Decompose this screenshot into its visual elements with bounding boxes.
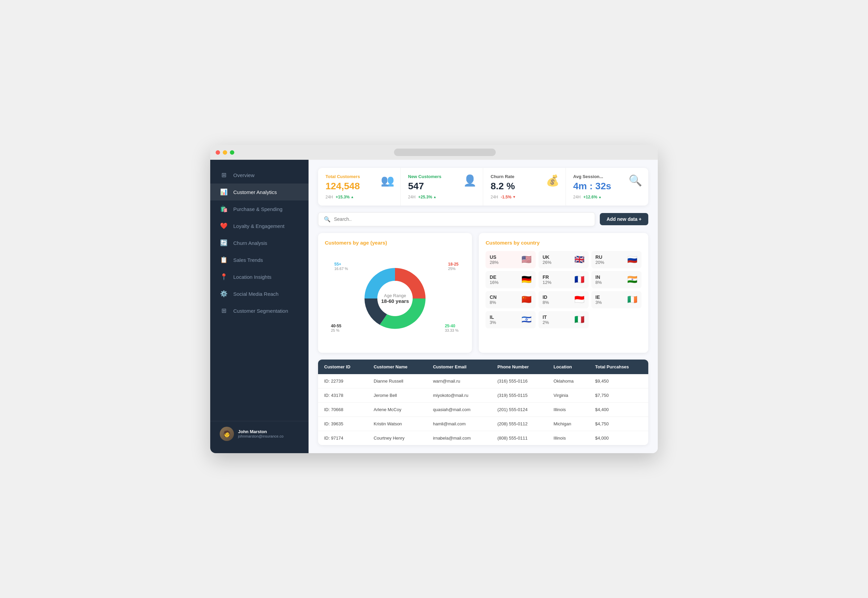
annotation-18-25-pct: 25%	[448, 267, 459, 271]
country-code-ru: RU	[595, 254, 604, 260]
sidebar: ⊞ Overview 📊 Customer Analytics 🛍️ Purch…	[210, 160, 309, 453]
kpi-card-1: 👤 New Customers 547 24H +25.3% ▲	[401, 168, 483, 206]
user-info: John Marston johnmarston@insurance.co	[238, 429, 283, 438]
avatar: 🧑	[220, 427, 234, 441]
sidebar-label-customer-analytics: Customer Analytics	[233, 189, 277, 195]
kpi-footer-3: 24H +12.6% ▲	[573, 195, 641, 199]
sidebar-item-customer-analytics[interactable]: 📊 Customer Analytics	[210, 184, 309, 200]
cell-1-4: Virginia	[547, 388, 589, 402]
kpi-change-3: +12.6% ▲	[583, 195, 602, 199]
annotation-40-55: 40-55 25 %	[331, 324, 342, 332]
kpi-footer-0: 24H +15.3% ▲	[325, 195, 393, 199]
kpi-period-0: 24H	[325, 195, 333, 199]
user-profile: 🧑 John Marston johnmarston@insurance.co	[210, 421, 309, 446]
cell-4-3: (808) 555-0111	[491, 431, 547, 445]
table-header-2: Customer Email	[427, 360, 491, 374]
annotation-25-40-label: 25-40	[445, 324, 458, 328]
cell-4-1: Courtney Henry	[368, 431, 427, 445]
cell-3-5: $4,750	[589, 417, 648, 431]
country-info-ru: RU 20%	[595, 254, 604, 265]
country-code-uk: UK	[543, 254, 551, 260]
country-code-de: DE	[489, 274, 498, 280]
kpi-footer-1: 24H +25.3% ▲	[408, 195, 476, 199]
country-flag-in: 🇮🇳	[627, 275, 637, 284]
country-flag-id: 🇮🇩	[574, 295, 585, 304]
sidebar-item-purchase-spending[interactable]: 🛍️ Purchase & Spending	[210, 200, 309, 217]
donut-container: Age Range 18-60 years 55+ 16.67 % 18-25 …	[325, 251, 465, 346]
table-row[interactable]: ID: 43178Jerome Bellmiyokoto@mail.ru(319…	[318, 388, 648, 402]
search-row: 🔍 Add new data +	[318, 212, 648, 226]
cell-4-4: Illinois	[547, 431, 589, 445]
cell-3-3: (208) 555-0112	[491, 417, 547, 431]
country-pct-il: 3%	[489, 320, 496, 325]
sidebar-item-loyalty-engagement[interactable]: ❤️ Loyalty & Engagement	[210, 217, 309, 235]
table-header-1: Customer Name	[368, 360, 427, 374]
country-pct-in: 8%	[595, 280, 602, 285]
kpi-period-2: 24H	[491, 195, 498, 199]
cell-1-3: (319) 555-0115	[491, 388, 547, 402]
kpi-icon-2: 💰	[546, 174, 559, 187]
annotation-25-40-pct: 33.33 %	[445, 328, 458, 332]
cell-1-0: ID: 43178	[318, 388, 368, 402]
country-info-ie: IE 3%	[595, 295, 602, 305]
sidebar-item-sales-trends[interactable]: 📋 Sales Trends	[210, 251, 309, 268]
country-cell-us: US 28% 🇺🇸	[486, 251, 536, 268]
cell-3-2: hamli@mail.com	[427, 417, 491, 431]
country-pct-cn: 8%	[489, 300, 497, 305]
table-row[interactable]: ID: 70668Arlene McCoyquasiah@mail.com(20…	[318, 402, 648, 417]
country-chart-card: Customers by country US 28% 🇺🇸 UK 26% 🇬🇧…	[479, 233, 648, 353]
kpi-icon-1: 👤	[463, 174, 477, 187]
country-pct-it: 2%	[543, 320, 549, 325]
social-media-icon: ⚙️	[220, 290, 228, 298]
sidebar-label-overview: Overview	[233, 172, 255, 178]
purchase-spending-icon: 🛍️	[220, 205, 228, 213]
country-code-ie: IE	[595, 295, 602, 300]
search-input[interactable]	[334, 217, 589, 222]
kpi-card-2: 💰 Churn Rate 8.2 % 24H -1.5% ▼	[483, 168, 566, 206]
titlebar-search-bar	[394, 149, 496, 156]
table-row[interactable]: ID: 22739Dianne Russellwarn@mail.ru(316)…	[318, 374, 648, 389]
country-flag-us: 🇺🇸	[522, 255, 532, 264]
kpi-card-3: 🔍 Avg Session... 4m : 32s 24H +12.6% ▲	[566, 168, 649, 206]
add-data-button[interactable]: Add new data +	[600, 213, 648, 225]
kpi-row: 👥 Total Customers 124,548 24H +15.3% ▲ 👤…	[318, 168, 648, 206]
app-body: ⊞ Overview 📊 Customer Analytics 🛍️ Purch…	[210, 160, 658, 453]
cell-0-4: Oklahoma	[547, 374, 589, 389]
country-chart-title: Customers by country	[486, 240, 641, 245]
sidebar-item-churn-analysis[interactable]: 🔄 Churn Analysis	[210, 235, 309, 251]
search-icon: 🔍	[324, 216, 331, 223]
sidebar-item-social-media[interactable]: ⚙️ Social Media Reach	[210, 285, 309, 302]
search-box: 🔍	[318, 212, 595, 226]
donut-svg	[356, 260, 434, 338]
annotation-40-55-label: 40-55	[331, 324, 342, 328]
sales-trends-icon: 📋	[220, 256, 228, 263]
kpi-change-1: +25.3% ▲	[418, 195, 437, 199]
close-button[interactable]	[216, 150, 220, 155]
country-info-uk: UK 26%	[543, 254, 551, 265]
maximize-button[interactable]	[230, 150, 234, 155]
country-info-in: IN 8%	[595, 274, 602, 285]
sidebar-item-customer-segmentation[interactable]: ⊞ Customer Segmentation	[210, 302, 309, 319]
country-code-us: US	[489, 254, 498, 260]
sidebar-item-location-insights[interactable]: 📍 Location Insights	[210, 268, 309, 285]
app-window: ⊞ Overview 📊 Customer Analytics 🛍️ Purch…	[210, 145, 658, 453]
main-content: 👥 Total Customers 124,548 24H +15.3% ▲ 👤…	[309, 160, 658, 453]
table-row[interactable]: ID: 39635Kristin Watsonhamli@mail.com(20…	[318, 417, 648, 431]
cell-0-1: Dianne Russell	[368, 374, 427, 389]
kpi-period-1: 24H	[408, 195, 416, 199]
kpi-change-0: +15.3% ▲	[336, 195, 354, 199]
cell-2-4: Illinois	[547, 402, 589, 417]
table-row[interactable]: ID: 97174Courtney Henryirnabela@mail.com…	[318, 431, 648, 445]
country-info-fr: FR 12%	[543, 274, 551, 285]
trend-icon-2: ▼	[512, 195, 516, 199]
country-pct-us: 28%	[489, 260, 498, 265]
country-cell-id: ID 8% 🇮🇩	[538, 291, 589, 308]
minimize-button[interactable]	[223, 150, 227, 155]
sidebar-item-overview[interactable]: ⊞ Overview	[210, 166, 309, 184]
country-cell-in: IN 8% 🇮🇳	[591, 271, 641, 288]
country-cell-fr: FR 12% 🇫🇷	[538, 271, 589, 288]
titlebar-search-area	[237, 149, 652, 156]
country-pct-de: 16%	[489, 280, 498, 285]
sidebar-label-purchase-spending: Purchase & Spending	[233, 206, 282, 212]
sidebar-label-loyalty-engagement: Loyalty & Engagement	[233, 223, 285, 229]
